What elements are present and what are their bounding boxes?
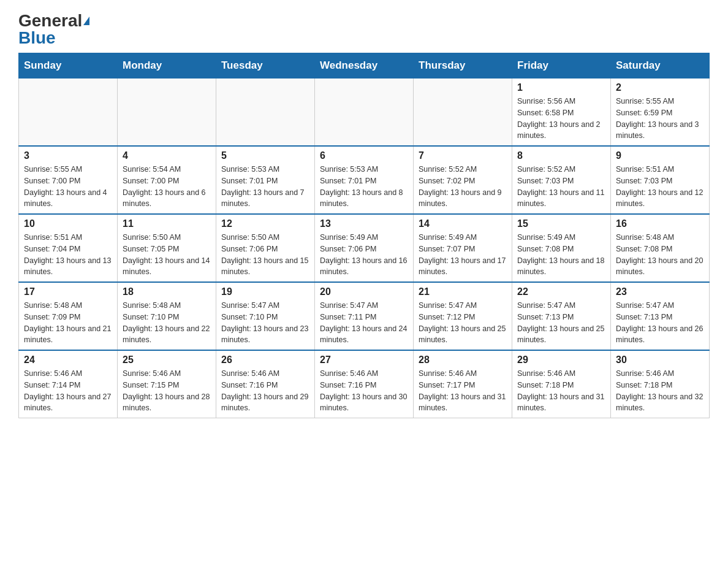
day-number: 19 bbox=[221, 286, 309, 297]
day-info: Sunrise: 5:49 AM Sunset: 7:08 PM Dayligh… bbox=[517, 232, 605, 278]
day-info: Sunrise: 5:46 AM Sunset: 7:16 PM Dayligh… bbox=[320, 368, 408, 414]
day-info: Sunrise: 5:51 AM Sunset: 7:03 PM Dayligh… bbox=[616, 164, 704, 210]
day-number: 7 bbox=[419, 150, 507, 161]
day-number: 29 bbox=[517, 354, 605, 366]
day-info: Sunrise: 5:53 AM Sunset: 7:01 PM Dayligh… bbox=[221, 164, 309, 210]
day-info: Sunrise: 5:46 AM Sunset: 7:17 PM Dayligh… bbox=[419, 368, 507, 414]
day-info: Sunrise: 5:47 AM Sunset: 7:13 PM Dayligh… bbox=[616, 300, 704, 346]
day-info: Sunrise: 5:54 AM Sunset: 7:00 PM Dayligh… bbox=[123, 164, 211, 210]
day-number: 16 bbox=[616, 218, 704, 229]
calendar-cell: 28Sunrise: 5:46 AM Sunset: 7:17 PM Dayli… bbox=[414, 350, 512, 418]
day-info: Sunrise: 5:55 AM Sunset: 6:59 PM Dayligh… bbox=[616, 96, 704, 142]
day-info: Sunrise: 5:46 AM Sunset: 7:14 PM Dayligh… bbox=[24, 368, 112, 414]
day-info: Sunrise: 5:47 AM Sunset: 7:13 PM Dayligh… bbox=[517, 300, 605, 346]
calendar-cell: 26Sunrise: 5:46 AM Sunset: 7:16 PM Dayli… bbox=[216, 350, 315, 418]
day-info: Sunrise: 5:47 AM Sunset: 7:10 PM Dayligh… bbox=[221, 300, 309, 346]
day-info: Sunrise: 5:56 AM Sunset: 6:58 PM Dayligh… bbox=[517, 96, 605, 142]
day-number: 8 bbox=[517, 150, 605, 161]
day-number: 26 bbox=[221, 354, 309, 366]
weekday-header-thursday: Thursday bbox=[414, 53, 512, 79]
calendar-cell: 24Sunrise: 5:46 AM Sunset: 7:14 PM Dayli… bbox=[19, 350, 118, 418]
calendar-week-row: 24Sunrise: 5:46 AM Sunset: 7:14 PM Dayli… bbox=[19, 350, 710, 418]
day-info: Sunrise: 5:47 AM Sunset: 7:12 PM Dayligh… bbox=[419, 300, 507, 346]
calendar-cell: 19Sunrise: 5:47 AM Sunset: 7:10 PM Dayli… bbox=[216, 282, 315, 350]
day-info: Sunrise: 5:49 AM Sunset: 7:06 PM Dayligh… bbox=[320, 232, 408, 278]
calendar-cell: 27Sunrise: 5:46 AM Sunset: 7:16 PM Dayli… bbox=[315, 350, 414, 418]
calendar-cell bbox=[315, 79, 414, 147]
calendar-cell bbox=[118, 79, 216, 147]
day-info: Sunrise: 5:53 AM Sunset: 7:01 PM Dayligh… bbox=[320, 164, 408, 210]
day-number: 1 bbox=[517, 82, 605, 93]
day-info: Sunrise: 5:46 AM Sunset: 7:18 PM Dayligh… bbox=[616, 368, 704, 414]
day-info: Sunrise: 5:46 AM Sunset: 7:16 PM Dayligh… bbox=[221, 368, 309, 414]
calendar-cell: 21Sunrise: 5:47 AM Sunset: 7:12 PM Dayli… bbox=[414, 282, 512, 350]
day-number: 11 bbox=[123, 218, 211, 229]
weekday-header-friday: Friday bbox=[512, 53, 611, 79]
day-number: 24 bbox=[24, 354, 112, 366]
calendar-cell: 15Sunrise: 5:49 AM Sunset: 7:08 PM Dayli… bbox=[512, 214, 611, 282]
logo-triangle-icon bbox=[83, 17, 89, 25]
calendar-cell: 14Sunrise: 5:49 AM Sunset: 7:07 PM Dayli… bbox=[414, 214, 512, 282]
calendar-cell: 20Sunrise: 5:47 AM Sunset: 7:11 PM Dayli… bbox=[315, 282, 414, 350]
logo: General Blue bbox=[18, 12, 89, 47]
day-number: 23 bbox=[616, 286, 704, 297]
calendar-cell: 3Sunrise: 5:55 AM Sunset: 7:00 PM Daylig… bbox=[19, 146, 118, 214]
calendar-cell bbox=[216, 79, 315, 147]
day-info: Sunrise: 5:48 AM Sunset: 7:10 PM Dayligh… bbox=[123, 300, 211, 346]
day-info: Sunrise: 5:48 AM Sunset: 7:09 PM Dayligh… bbox=[24, 300, 112, 346]
day-number: 20 bbox=[320, 286, 408, 297]
calendar-week-row: 3Sunrise: 5:55 AM Sunset: 7:00 PM Daylig… bbox=[19, 146, 710, 214]
day-number: 13 bbox=[320, 218, 408, 229]
calendar-cell bbox=[19, 79, 118, 147]
weekday-header-tuesday: Tuesday bbox=[216, 53, 315, 79]
calendar-cell: 4Sunrise: 5:54 AM Sunset: 7:00 PM Daylig… bbox=[118, 146, 216, 214]
day-number: 3 bbox=[24, 150, 112, 161]
calendar-table: SundayMondayTuesdayWednesdayThursdayFrid… bbox=[18, 53, 710, 418]
weekday-header-monday: Monday bbox=[118, 53, 216, 79]
calendar-cell: 25Sunrise: 5:46 AM Sunset: 7:15 PM Dayli… bbox=[118, 350, 216, 418]
calendar-cell: 9Sunrise: 5:51 AM Sunset: 7:03 PM Daylig… bbox=[611, 146, 710, 214]
day-number: 18 bbox=[123, 286, 211, 297]
page-header: General Blue bbox=[18, 12, 710, 47]
weekday-header-wednesday: Wednesday bbox=[315, 53, 414, 79]
day-number: 2 bbox=[616, 82, 704, 93]
day-info: Sunrise: 5:49 AM Sunset: 7:07 PM Dayligh… bbox=[419, 232, 507, 278]
calendar-cell: 18Sunrise: 5:48 AM Sunset: 7:10 PM Dayli… bbox=[118, 282, 216, 350]
calendar-cell: 7Sunrise: 5:52 AM Sunset: 7:02 PM Daylig… bbox=[414, 146, 512, 214]
logo-general-text: General bbox=[18, 12, 82, 29]
calendar-cell: 8Sunrise: 5:52 AM Sunset: 7:03 PM Daylig… bbox=[512, 146, 611, 214]
calendar-cell: 1Sunrise: 5:56 AM Sunset: 6:58 PM Daylig… bbox=[512, 79, 611, 147]
day-number: 6 bbox=[320, 150, 408, 161]
day-number: 9 bbox=[616, 150, 704, 161]
day-info: Sunrise: 5:50 AM Sunset: 7:06 PM Dayligh… bbox=[221, 232, 309, 278]
calendar-week-row: 17Sunrise: 5:48 AM Sunset: 7:09 PM Dayli… bbox=[19, 282, 710, 350]
calendar-cell: 22Sunrise: 5:47 AM Sunset: 7:13 PM Dayli… bbox=[512, 282, 611, 350]
calendar-cell: 17Sunrise: 5:48 AM Sunset: 7:09 PM Dayli… bbox=[19, 282, 118, 350]
calendar-cell: 13Sunrise: 5:49 AM Sunset: 7:06 PM Dayli… bbox=[315, 214, 414, 282]
calendar-week-row: 1Sunrise: 5:56 AM Sunset: 6:58 PM Daylig… bbox=[19, 79, 710, 147]
calendar-week-row: 10Sunrise: 5:51 AM Sunset: 7:04 PM Dayli… bbox=[19, 214, 710, 282]
calendar-cell bbox=[414, 79, 512, 147]
logo-blue-text: Blue bbox=[18, 29, 56, 47]
day-info: Sunrise: 5:52 AM Sunset: 7:02 PM Dayligh… bbox=[419, 164, 507, 210]
weekday-header-saturday: Saturday bbox=[611, 53, 710, 79]
day-number: 28 bbox=[419, 354, 507, 366]
calendar-cell: 6Sunrise: 5:53 AM Sunset: 7:01 PM Daylig… bbox=[315, 146, 414, 214]
calendar-cell: 10Sunrise: 5:51 AM Sunset: 7:04 PM Dayli… bbox=[19, 214, 118, 282]
day-number: 10 bbox=[24, 218, 112, 229]
day-number: 25 bbox=[123, 354, 211, 366]
day-number: 12 bbox=[221, 218, 309, 229]
day-number: 22 bbox=[517, 286, 605, 297]
calendar-cell: 23Sunrise: 5:47 AM Sunset: 7:13 PM Dayli… bbox=[611, 282, 710, 350]
day-info: Sunrise: 5:47 AM Sunset: 7:11 PM Dayligh… bbox=[320, 300, 408, 346]
day-info: Sunrise: 5:46 AM Sunset: 7:18 PM Dayligh… bbox=[517, 368, 605, 414]
day-info: Sunrise: 5:48 AM Sunset: 7:08 PM Dayligh… bbox=[616, 232, 704, 278]
day-info: Sunrise: 5:46 AM Sunset: 7:15 PM Dayligh… bbox=[123, 368, 211, 414]
day-number: 15 bbox=[517, 218, 605, 229]
day-info: Sunrise: 5:50 AM Sunset: 7:05 PM Dayligh… bbox=[123, 232, 211, 278]
weekday-header-sunday: Sunday bbox=[19, 53, 118, 79]
day-info: Sunrise: 5:51 AM Sunset: 7:04 PM Dayligh… bbox=[24, 232, 112, 278]
day-number: 30 bbox=[616, 354, 704, 366]
day-number: 5 bbox=[221, 150, 309, 161]
day-number: 4 bbox=[123, 150, 211, 161]
